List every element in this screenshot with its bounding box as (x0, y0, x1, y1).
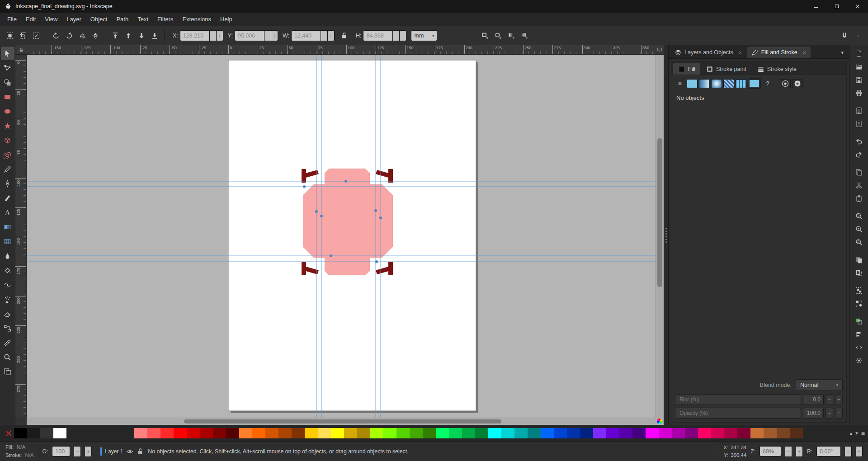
stroke-style-tab[interactable]: Stroke style (752, 63, 802, 75)
tab-fill-stroke[interactable]: Fill and Stroke (747, 47, 811, 58)
h-input[interactable]: 84.368 (363, 30, 393, 41)
paint-bucket-tool-button[interactable] (1, 263, 14, 277)
palette-swatch[interactable] (160, 428, 174, 438)
palette-swatch[interactable] (724, 428, 737, 438)
pencil-tool-button[interactable] (1, 162, 14, 176)
zoom-increment[interactable]: + (796, 446, 803, 457)
palette-swatch[interactable] (318, 428, 331, 438)
menu-filters[interactable]: Filters (153, 13, 178, 26)
zoom-to-page-button[interactable] (852, 236, 866, 248)
palette-swatch[interactable] (278, 428, 292, 438)
menu-path[interactable]: Path (112, 13, 133, 26)
palette-swatch[interactable] (764, 428, 777, 438)
palette-swatch[interactable] (672, 428, 685, 438)
dock-resize-handle[interactable] (664, 45, 668, 425)
palette-swatch[interactable] (357, 428, 370, 438)
palette-swatch[interactable] (423, 428, 436, 438)
rotation-decrement[interactable]: − (845, 446, 852, 457)
opacity-increment-button[interactable]: + (835, 408, 843, 419)
palette-swatch[interactable] (305, 428, 318, 438)
palette-swatch[interactable] (737, 428, 750, 438)
text-tool-button[interactable]: A (1, 206, 14, 219)
blur-slider[interactable]: Blur (%) (675, 394, 801, 405)
layer-selector[interactable]: Layer 1 (100, 447, 144, 456)
minimize-button[interactable] (806, 0, 826, 13)
rotation-increment[interactable]: + (856, 446, 863, 457)
palette-menu-button[interactable]: ≡ (861, 430, 865, 437)
palette-swatch[interactable] (750, 428, 764, 438)
dropper-tool-button[interactable] (1, 249, 14, 263)
y-decrement-button[interactable]: − (264, 30, 271, 41)
toolbar-options-button[interactable]: ▾ (852, 29, 864, 42)
palette-swatch[interactable] (449, 428, 462, 438)
palette-swatch[interactable] (554, 428, 567, 438)
palette-swatch[interactable] (147, 428, 160, 438)
raise-to-top-button[interactable] (109, 29, 121, 42)
palette-swatch[interactable] (252, 428, 265, 438)
open-preferences-button[interactable] (852, 355, 866, 367)
blend-mode-select[interactable]: Normal ▾ (796, 379, 843, 391)
palette-swatch[interactable] (462, 428, 475, 438)
lower-button[interactable] (135, 29, 147, 42)
ungroup-button[interactable] (852, 298, 866, 310)
copy-button[interactable] (852, 166, 866, 178)
palette-swatch[interactable] (396, 428, 410, 438)
menu-text[interactable]: Text (133, 13, 153, 26)
dock-menu-button[interactable]: ▾ (837, 50, 847, 56)
eraser-tool-button[interactable] (1, 307, 14, 320)
menu-extensions[interactable]: Extensions (178, 13, 216, 26)
snap-toggle-button[interactable] (838, 29, 850, 42)
palette-swatch[interactable] (410, 428, 423, 438)
palette-swatch[interactable] (14, 428, 27, 438)
select-all-layers-button[interactable] (17, 29, 29, 42)
zoom-to-selection-button[interactable] (852, 210, 866, 222)
spray-tool-button[interactable] (1, 292, 14, 306)
palette-swatch[interactable] (790, 428, 803, 438)
palette-swatch[interactable] (501, 428, 514, 438)
zoom-tool-button[interactable] (1, 350, 14, 364)
w-increment-button[interactable]: + (328, 30, 335, 41)
palette-swatch[interactable] (528, 428, 541, 438)
flip-horizontal-button[interactable] (76, 29, 88, 42)
close-button[interactable] (847, 0, 868, 13)
unit-select[interactable]: mm▾ (411, 30, 437, 41)
canvas[interactable] (27, 55, 656, 418)
palette-swatch[interactable] (619, 428, 632, 438)
tab-fill-stroke-close-button[interactable] (802, 51, 807, 55)
maximize-button[interactable] (826, 0, 847, 13)
mesh-gradient-tool-button[interactable] (1, 235, 14, 248)
rotate-cw-button[interactable] (63, 29, 75, 42)
rectangle-tool-button[interactable] (1, 90, 14, 103)
h-increment-button[interactable]: + (400, 30, 406, 41)
selector-tool-button[interactable] (1, 47, 14, 60)
box-3d-tool-button[interactable] (1, 133, 14, 147)
calligraphy-tool-button[interactable] (1, 191, 14, 205)
palette-swatch[interactable] (370, 428, 383, 438)
palette-swatch[interactable] (593, 428, 606, 438)
vertical-ruler[interactable]: 0255075100125150175200225250275 (15, 55, 27, 418)
palette-swatch[interactable] (488, 428, 501, 438)
object-opacity-decrement[interactable]: − (74, 446, 81, 457)
paint-pattern-button[interactable] (723, 79, 734, 88)
zoom-to-drawing-button[interactable] (852, 223, 866, 235)
palette-swatch[interactable] (580, 428, 593, 438)
menu-help[interactable]: Help (216, 13, 237, 26)
stroke-paint-tab[interactable]: Stroke paint (701, 63, 751, 75)
paint-radial-gradient-button[interactable] (711, 79, 722, 88)
vertical-scrollbar-thumb[interactable] (657, 138, 662, 287)
rotation-input[interactable]: 0.00° (816, 446, 841, 456)
y-input[interactable]: 95.006 (235, 30, 264, 41)
horizontal-scrollbar[interactable] (27, 418, 656, 425)
palette-swatch[interactable] (292, 428, 305, 438)
fill-stroke-indicator[interactable]: Fill:N/A Stroke:N/A (5, 443, 34, 460)
w-input[interactable]: 12.440 (291, 30, 321, 41)
w-decrement-button[interactable]: − (321, 30, 328, 41)
paint-flat-color-button[interactable] (687, 79, 698, 88)
cut-button[interactable] (852, 179, 866, 191)
gradient-tool-button[interactable] (1, 220, 14, 234)
palette-swatch[interactable] (187, 428, 200, 438)
palette-swatch[interactable] (27, 428, 40, 438)
paint-none-button[interactable]: ✕ (675, 79, 685, 88)
lower-to-bottom-button[interactable] (148, 29, 160, 42)
fill-rule-nonzero-button[interactable] (780, 79, 791, 88)
